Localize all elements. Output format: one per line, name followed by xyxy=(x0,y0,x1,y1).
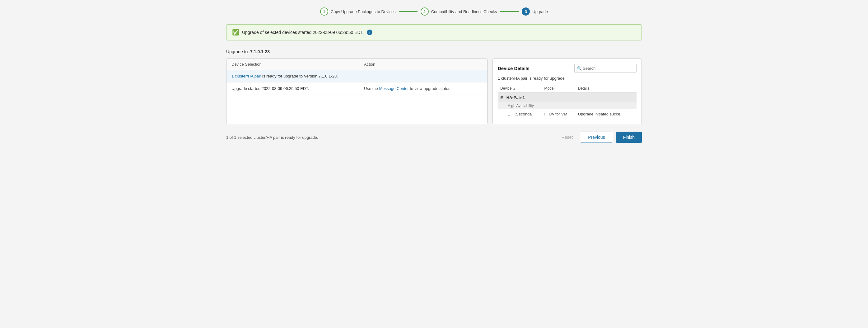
row2-device: Upgrade started 2022-08-09 06:29:50 EDT. xyxy=(231,86,364,91)
upgrade-version: 7.1.0.1-28 xyxy=(250,49,270,54)
cluster-ha-pair-link[interactable]: 1 cluster/HA pair xyxy=(231,74,261,79)
reset-button[interactable]: Reset xyxy=(557,132,578,142)
table-row: 1 cluster/HA pair is ready for upgrade t… xyxy=(226,70,487,83)
step-2-circle: 2 xyxy=(421,7,429,16)
row2-action-prefix: Use the xyxy=(364,86,379,91)
step-1: 1 Copy Upgrade Packages to Devices xyxy=(320,7,396,16)
device-number: 1 xyxy=(508,112,510,116)
step-3: 3 Upgrade xyxy=(522,7,548,16)
step-connector-1 xyxy=(399,11,417,12)
footer-status: 1 of 1 selected cluster/HA pair is ready… xyxy=(226,135,318,140)
finish-button[interactable]: Finish xyxy=(616,131,642,143)
device-number-name: 1 (Seconda xyxy=(498,109,542,119)
row2-device-text: Upgrade started 2022-08-09 06:29:50 EDT. xyxy=(231,86,309,91)
footer: 1 of 1 selected cluster/HA pair is ready… xyxy=(226,131,642,143)
device-name: (Seconda xyxy=(515,112,532,116)
device-details-title: Device Details xyxy=(498,66,529,71)
footer-buttons: Reset Previous Finish xyxy=(557,131,642,143)
step-3-circle: 3 xyxy=(522,7,530,16)
step-2-number: 2 xyxy=(424,9,426,14)
row1-device-suffix: is ready for upgrade to Version 7.1.0.1-… xyxy=(262,74,338,79)
row2-action: Use the Message Center to view upgrade s… xyxy=(364,86,482,91)
table-header: Device Selection Action xyxy=(226,59,487,70)
col-device-header: Device ▲ xyxy=(498,84,542,93)
step-1-label: Copy Upgrade Packages to Devices xyxy=(331,9,396,14)
step-2: 2 Compatibility and Readiness Checks xyxy=(421,7,497,16)
step-3-number: 3 xyxy=(525,9,527,14)
check-icon: ✅ xyxy=(232,29,239,36)
search-wrapper: 🔍 xyxy=(574,64,637,73)
previous-button[interactable]: Previous xyxy=(581,131,612,143)
step-connector-2 xyxy=(500,11,519,12)
status-banner: ✅ Upgrade of selected devices started 20… xyxy=(226,24,642,40)
ha-label-row: High Availability xyxy=(498,102,637,109)
ha-label-cell: High Availability xyxy=(498,102,637,109)
message-center-link[interactable]: Message Center xyxy=(379,86,408,91)
sort-arrow: ▲ xyxy=(513,87,516,90)
col-header-device: Device Selection xyxy=(231,62,364,67)
col-model-header: Model xyxy=(542,84,576,93)
device-sub-row: 1 (Seconda FTDv for VM Upgrade initiated… xyxy=(498,109,637,119)
upgrade-label: Upgrade to: 7.1.0.1-28 xyxy=(226,49,642,54)
info-icon[interactable]: i xyxy=(367,30,372,35)
ha-pair-cell: ⊞ HA-Pair-1 xyxy=(498,93,637,103)
row2-action-suffix: to view upgrade status. xyxy=(410,86,452,91)
banner-text: Upgrade of selected devices started 2022… xyxy=(242,30,364,35)
ha-pair-icon: ⊞ xyxy=(500,95,503,100)
step-2-label: Compatibility and Readiness Checks xyxy=(431,9,497,14)
left-panel: Device Selection Action 1 cluster/HA pai… xyxy=(226,59,488,124)
step-1-number: 1 xyxy=(323,9,325,14)
right-panel: Device Details 🔍 1 cluster/HA pair is re… xyxy=(493,59,642,124)
col-details-header: Details xyxy=(576,84,637,93)
col-header-action: Action xyxy=(364,62,482,67)
ha-pair-row: ⊞ HA-Pair-1 xyxy=(498,93,637,103)
ha-pair-name: HA-Pair-1 xyxy=(506,95,525,100)
device-details-header: Device Details 🔍 xyxy=(498,64,637,73)
device-details-cell: Upgrade initiated succe... xyxy=(576,109,637,119)
details-table-header: Device ▲ Model Details xyxy=(498,84,637,93)
search-input[interactable] xyxy=(574,64,637,73)
table-row: Upgrade started 2022-08-09 06:29:50 EDT.… xyxy=(226,83,487,95)
device-model: FTDv for VM xyxy=(542,109,576,119)
main-content: Device Selection Action 1 cluster/HA pai… xyxy=(226,59,642,124)
step-1-circle: 1 xyxy=(320,7,328,16)
stepper: 1 Copy Upgrade Packages to Devices 2 Com… xyxy=(226,7,642,16)
step-3-label: Upgrade xyxy=(532,9,548,14)
row1-device: 1 cluster/HA pair is ready for upgrade t… xyxy=(231,74,364,79)
device-details-subtitle: 1 cluster/HA pair is ready for upgrade. xyxy=(498,76,637,81)
search-icon: 🔍 xyxy=(577,66,582,71)
details-table: Device ▲ Model Details ⊞ HA-Pair-1 xyxy=(498,84,637,119)
